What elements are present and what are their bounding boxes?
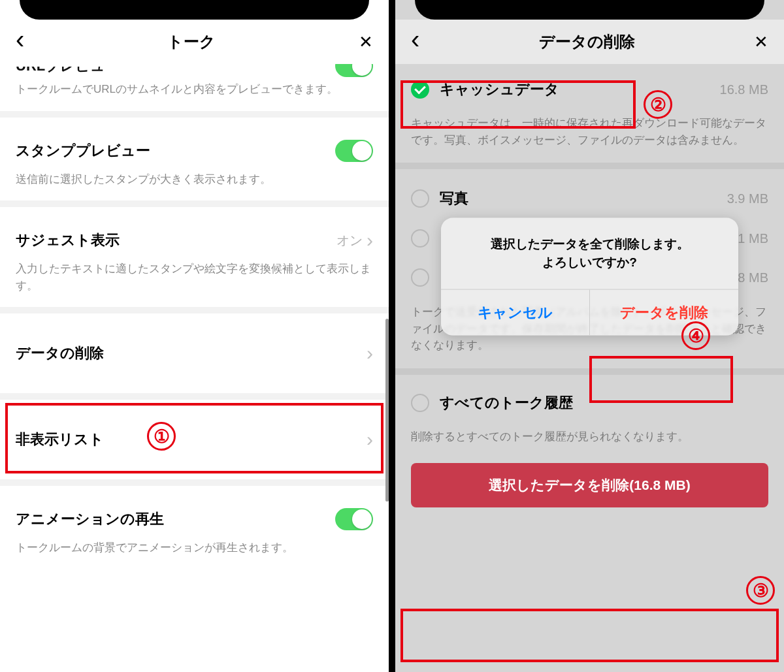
notch bbox=[20, 0, 369, 20]
all-history-desc: 削除するとすべてのトーク履歴が見られなくなります。 bbox=[395, 423, 784, 457]
highlight-3 bbox=[400, 609, 779, 662]
url-preview-desc: トークルームでURLのサムネイルと内容をプレビューできます。 bbox=[16, 81, 373, 111]
cache-size: 16.8 MB bbox=[720, 82, 768, 97]
all-history-row[interactable]: すべてのトーク履歴 bbox=[395, 375, 784, 423]
chevron-right-icon bbox=[367, 229, 373, 251]
check-icon[interactable] bbox=[411, 229, 429, 248]
delete-data-label: データの削除 bbox=[16, 344, 104, 363]
content-left: URLプレビュー トークルームでURLのサムネイルと内容をプレビューできます。 … bbox=[0, 64, 389, 569]
stamp-preview-label: スタンププレビュー bbox=[16, 141, 150, 161]
step-1-badge: ① bbox=[147, 422, 176, 451]
dialog-message: 選択したデータを全て削除します。 よろしいですか? bbox=[441, 217, 738, 289]
step-4-badge: ④ bbox=[681, 321, 710, 350]
confirm-dialog: 選択したデータを全て削除します。 よろしいですか? キャンセル データを削除 bbox=[441, 217, 738, 335]
left-screen: トーク URLプレビュー トークルームでURLのサムネイルと内容をプレビューでき… bbox=[0, 0, 389, 672]
content-right: キャッシュデータ 16.8 MB キャッシュデータは、一時的に保存された再ダウン… bbox=[395, 64, 784, 507]
url-preview-toggle[interactable] bbox=[335, 64, 373, 77]
header: トーク bbox=[0, 20, 389, 64]
hidden-list-row[interactable]: 非表示リスト bbox=[16, 413, 373, 466]
check-icon[interactable] bbox=[411, 189, 429, 208]
photo-label: 写真 bbox=[440, 189, 727, 208]
scrollbar[interactable] bbox=[385, 319, 389, 502]
check-icon[interactable] bbox=[411, 394, 429, 412]
all-history-label: すべてのトーク履歴 bbox=[440, 393, 768, 413]
close-icon[interactable] bbox=[359, 32, 373, 52]
dialog-cancel-button[interactable]: キャンセル bbox=[441, 289, 590, 335]
close-icon[interactable] bbox=[754, 32, 768, 52]
photo-size: 3.9 MB bbox=[727, 191, 768, 206]
back-icon[interactable] bbox=[411, 33, 419, 51]
page-title: トーク bbox=[24, 31, 359, 52]
check-icon[interactable] bbox=[411, 268, 429, 287]
row3-size: 1 MB bbox=[738, 231, 768, 246]
notch bbox=[415, 0, 764, 20]
animation-desc: トークルームの背景でアニメーションが再生されます。 bbox=[16, 539, 373, 569]
back-icon[interactable] bbox=[16, 33, 24, 51]
delete-selected-button[interactable]: 選択したデータを削除(16.8 MB) bbox=[411, 463, 768, 507]
row4-size: 8 MB bbox=[738, 270, 768, 285]
stamp-preview-toggle[interactable] bbox=[335, 140, 373, 162]
chevron-right-icon bbox=[367, 342, 373, 364]
right-screen: データの削除 キャッシュデータ 16.8 MB キャッシュデータは、一時的に保存… bbox=[395, 0, 784, 672]
animation-toggle[interactable] bbox=[335, 508, 373, 530]
suggest-label: サジェスト表示 bbox=[16, 231, 120, 250]
animation-label: アニメーションの再生 bbox=[16, 509, 164, 529]
url-preview-label: URLプレビュー bbox=[16, 67, 120, 74]
page-title: データの削除 bbox=[419, 31, 754, 52]
cache-label: キャッシュデータ bbox=[440, 80, 720, 99]
delete-data-row[interactable]: データの削除 bbox=[16, 327, 373, 380]
suggest-row[interactable]: サジェスト表示 オン bbox=[16, 220, 373, 261]
header: データの削除 bbox=[395, 20, 784, 64]
step-3-badge: ③ bbox=[746, 576, 775, 605]
check-icon[interactable] bbox=[411, 80, 429, 99]
cache-row[interactable]: キャッシュデータ 16.8 MB bbox=[395, 64, 784, 110]
suggest-desc: 入力したテキストに適したスタンプや絵文字を変換候補として表示します。 bbox=[16, 261, 373, 307]
step-2-badge: ② bbox=[644, 90, 672, 119]
suggest-status: オン bbox=[336, 232, 363, 249]
dialog-confirm-button[interactable]: データを削除 bbox=[590, 289, 738, 335]
hidden-list-label: 非表示リスト bbox=[16, 430, 104, 449]
cache-desc: キャッシュデータは、一時的に保存された再ダウンロード可能なデータです。写真、ボイ… bbox=[395, 110, 784, 163]
photo-row[interactable]: 写真 3.9 MB bbox=[395, 169, 784, 219]
chevron-right-icon bbox=[367, 428, 373, 451]
stamp-preview-desc: 送信前に選択したスタンプが大きく表示されます。 bbox=[16, 171, 373, 201]
